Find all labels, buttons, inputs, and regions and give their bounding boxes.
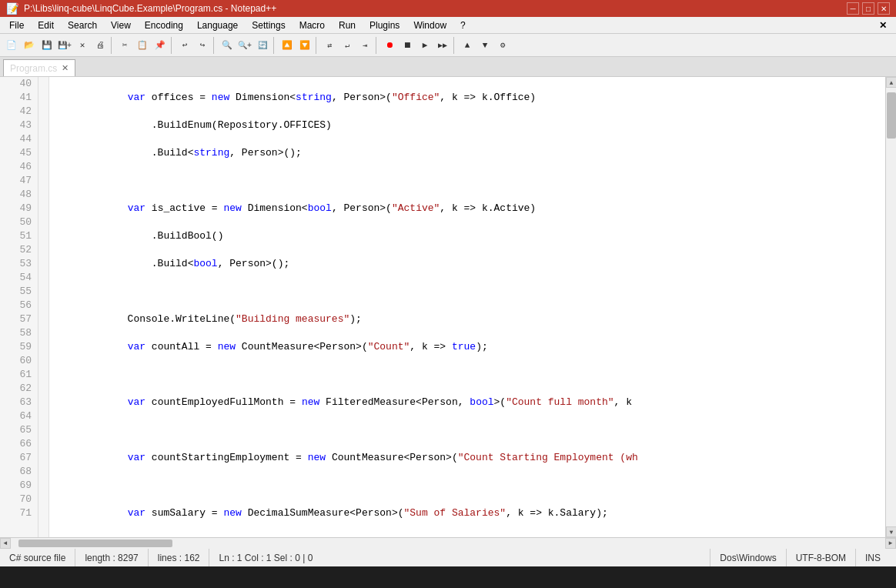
menu-search[interactable]: Search — [62, 18, 103, 32]
toolbar-indent[interactable]: ⇥ — [356, 37, 373, 54]
toolbar-wrap[interactable]: ↵ — [339, 37, 356, 54]
toolbar-replace[interactable]: 🔄 — [254, 37, 271, 54]
menu-run[interactable]: Run — [333, 18, 362, 32]
ln-68: 68 — [6, 465, 32, 479]
maximize-button[interactable]: □ — [862, 2, 874, 15]
toolbar-zoomout[interactable]: 🔽 — [296, 37, 313, 54]
code-line-48: Console.WriteLine("Building measures"); — [55, 312, 879, 326]
ln-43: 43 — [6, 119, 32, 132]
toolbar-open[interactable]: 📂 — [21, 37, 38, 54]
fold-margin — [38, 77, 49, 537]
toolbar-sep-6 — [376, 37, 379, 54]
toolbar-copy[interactable]: 📋 — [134, 37, 151, 54]
menu-bar: File Edit Search View Encoding Language … — [0, 17, 896, 34]
toolbar-saveall[interactable]: 💾+ — [56, 37, 73, 54]
title-bar-left: 📝 P:\Libs\linq-cube\LinqCube.Example\Pro… — [6, 2, 276, 15]
toolbar-macro-play[interactable]: ▶ — [416, 37, 433, 54]
ln-55: 55 — [6, 285, 32, 299]
ln-54: 54 — [6, 271, 32, 285]
ln-45: 45 — [6, 146, 32, 160]
code-line-40: var offices = new Dimension<string, Pers… — [55, 91, 879, 105]
menu-macro[interactable]: Macro — [293, 18, 331, 32]
menu-close-x[interactable]: ✕ — [873, 18, 893, 32]
close-button[interactable]: ✕ — [878, 2, 890, 15]
menu-encoding[interactable]: Encoding — [139, 18, 189, 32]
toolbar-new[interactable]: 📄 — [3, 37, 20, 54]
ln-56: 56 — [6, 299, 32, 312]
ln-64: 64 — [6, 409, 32, 423]
toolbar-macro-save[interactable]: ▶▶ — [434, 37, 451, 54]
toolbar-sync[interactable]: ⇄ — [321, 37, 338, 54]
toolbar-macro-stop[interactable]: ⏹ — [399, 37, 416, 54]
toolbar-paste[interactable]: 📌 — [152, 37, 169, 54]
code-area[interactable]: var offices = new Dimension<string, Pers… — [49, 77, 885, 537]
toolbar-close[interactable]: ✕ — [74, 37, 91, 54]
scroll-up-arrow[interactable]: ▲ — [886, 77, 896, 88]
ln-61: 61 — [6, 368, 32, 382]
status-position: Ln : 1 Col : 1 Sel : 0 | 0 — [209, 549, 710, 566]
code-line-45: .BuildBool() — [55, 229, 879, 243]
code-line-43 — [55, 174, 879, 188]
toolbar-find[interactable]: 🔍 — [219, 37, 236, 54]
code-line-53: var countStartingEmployment = new CountM… — [55, 451, 879, 465]
toolbar-undo[interactable]: ↩ — [176, 37, 193, 54]
toolbar-zoomin[interactable]: 🔼 — [279, 37, 296, 54]
ln-57: 57 — [6, 312, 32, 326]
toolbar-print[interactable]: 🖨 — [92, 37, 109, 54]
code-line-55: var sumSalary = new DecimalSumMeasure<Pe… — [55, 506, 879, 520]
menu-settings[interactable]: Settings — [246, 18, 291, 32]
menu-help[interactable]: ? — [454, 18, 472, 32]
toolbar-sep-2 — [171, 37, 174, 54]
horizontal-scrollbar[interactable]: ◄ ► — [0, 537, 896, 548]
toolbar-down[interactable]: ▼ — [476, 37, 493, 54]
ln-60: 60 — [6, 354, 32, 368]
code-line-47 — [55, 285, 879, 299]
toolbar-up[interactable]: ▲ — [459, 37, 476, 54]
tab-close-button[interactable]: ✕ — [62, 63, 69, 73]
code-line-46: .Build<bool, Person>(); — [55, 257, 879, 271]
status-eol: Dos\Windows — [710, 549, 786, 566]
ln-65: 65 — [6, 423, 32, 437]
menu-language[interactable]: Language — [191, 18, 244, 32]
hscroll-right-arrow[interactable]: ► — [885, 538, 896, 549]
toolbar-settings[interactable]: ⚙ — [494, 37, 511, 54]
toolbar-save[interactable]: 💾 — [38, 37, 55, 54]
ln-69: 69 — [6, 479, 32, 493]
code-line-54 — [55, 479, 879, 493]
menu-edit[interactable]: Edit — [32, 18, 60, 32]
app-icon: 📝 — [6, 2, 19, 15]
menu-file[interactable]: File — [3, 18, 30, 32]
menu-window[interactable]: Window — [407, 18, 453, 32]
toolbar-macro-record[interactable]: ⏺ — [381, 37, 398, 54]
title-bar-controls[interactable]: ─ □ ✕ — [847, 2, 890, 15]
code-line-44: var is_active = new Dimension<bool, Pers… — [55, 202, 879, 215]
ln-41: 41 — [6, 91, 32, 105]
minimize-button[interactable]: ─ — [847, 2, 859, 15]
vertical-scrollbar[interactable]: ▲ ▼ — [885, 77, 896, 537]
ln-58: 58 — [6, 326, 32, 340]
menu-plugins[interactable]: Plugins — [363, 18, 406, 32]
toolbar-redo[interactable]: ↪ — [194, 37, 211, 54]
scroll-down-arrow[interactable]: ▼ — [886, 526, 896, 537]
ln-71: 71 — [6, 506, 32, 520]
ln-70: 70 — [6, 493, 32, 506]
toolbar-sep-7 — [453, 37, 456, 54]
ln-49: 49 — [6, 202, 32, 215]
toolbar-find2[interactable]: 🔍+ — [236, 37, 253, 54]
status-length: length : 8297 — [75, 549, 148, 566]
hscroll-thumb[interactable] — [18, 540, 172, 547]
hscroll-track[interactable] — [11, 538, 885, 549]
tab-program-cs[interactable]: Program.cs ✕ — [3, 59, 75, 76]
code-line-49: var countAll = new CountMeasure<Person>(… — [55, 340, 879, 354]
title-bar: 📝 P:\Libs\linq-cube\LinqCube.Example\Pro… — [0, 0, 896, 17]
ln-48: 48 — [6, 188, 32, 202]
editor-container: 40 41 42 43 44 45 46 47 48 49 50 51 52 5… — [0, 77, 896, 537]
status-lines: lines : 162 — [149, 549, 210, 566]
ln-46: 46 — [6, 160, 32, 174]
scroll-thumb[interactable] — [887, 92, 896, 139]
hscroll-left-arrow[interactable]: ◄ — [0, 538, 11, 549]
ln-50: 50 — [6, 215, 32, 229]
menu-view[interactable]: View — [105, 18, 137, 32]
toolbar-cut[interactable]: ✂ — [116, 37, 133, 54]
ln-59: 59 — [6, 340, 32, 354]
